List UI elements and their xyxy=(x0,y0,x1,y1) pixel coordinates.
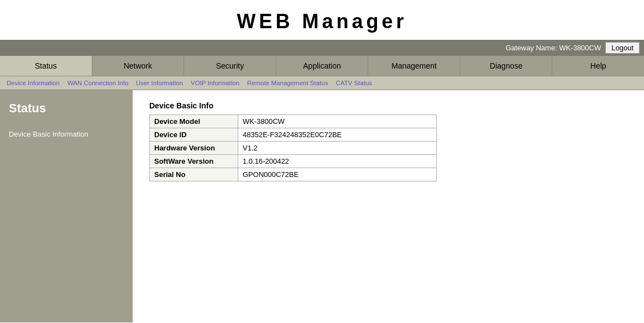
sidebar-title: Status xyxy=(0,96,133,127)
table-row: SoftWare Version1.0.16-200422 xyxy=(150,155,437,168)
sidebar-item-device-basic-info[interactable]: Device Basic Information xyxy=(0,127,133,142)
subnav-item-catv-status[interactable]: CATV Status xyxy=(333,79,374,87)
nav-tab-application[interactable]: Application xyxy=(276,56,369,76)
nav-tab-diagnose[interactable]: Diagnose xyxy=(460,56,553,76)
nav-tab-management[interactable]: Management xyxy=(368,56,460,76)
table-row: Device ModelWK-3800CW xyxy=(150,115,437,128)
page-title: WEB Manager xyxy=(0,10,644,33)
section-title: Device Basic Info xyxy=(149,101,627,110)
main-layout: Status Device Basic Information Device B… xyxy=(0,90,644,322)
subnav-item-voip-info[interactable]: VOIP Information xyxy=(189,79,242,87)
nav-tabs: StatusNetworkSecurityApplicationManageme… xyxy=(0,56,644,76)
device-info-table: Device ModelWK-3800CWDevice ID48352E-F32… xyxy=(149,114,437,181)
subnav-item-device-info[interactable]: Device Information xyxy=(4,79,62,87)
table-cell-value: WK-3800CW xyxy=(238,115,437,128)
table-cell-value: V1.2 xyxy=(238,142,437,155)
nav-tab-security[interactable]: Security xyxy=(184,56,276,76)
nav-tab-status[interactable]: Status xyxy=(0,56,92,76)
content-area: Device Basic Info Device ModelWK-3800CWD… xyxy=(133,90,644,322)
nav-tab-help[interactable]: Help xyxy=(552,56,644,76)
gateway-name-label: Gateway Name: WK-3800CW xyxy=(506,44,601,52)
nav-tab-network[interactable]: Network xyxy=(92,56,185,76)
table-cell-label: SoftWare Version xyxy=(150,155,238,168)
sub-nav: Device InformationWAN Connection InfoUse… xyxy=(0,76,644,90)
table-cell-value: 1.0.16-200422 xyxy=(238,155,437,168)
top-bar: Gateway Name: WK-3800CW Logout xyxy=(0,40,644,56)
table-cell-label: Device ID xyxy=(150,128,238,142)
table-cell-label: Device Model xyxy=(150,115,238,128)
table-cell-label: Hardware Version xyxy=(150,142,238,155)
table-row: Serial NoGPON000C72BE xyxy=(150,168,437,181)
sidebar: Status Device Basic Information xyxy=(0,90,133,322)
table-row: Device ID48352E-F324248352E0C72BE xyxy=(150,128,437,142)
logout-button[interactable]: Logout xyxy=(605,42,640,54)
subnav-item-wan-connection[interactable]: WAN Connection Info xyxy=(65,79,130,87)
table-cell-value: 48352E-F324248352E0C72BE xyxy=(238,128,437,142)
table-cell-label: Serial No xyxy=(150,168,238,181)
table-cell-value: GPON000C72BE xyxy=(238,168,437,181)
subnav-item-remote-mgmt[interactable]: Remote Management Status xyxy=(245,79,330,87)
page-header: WEB Manager xyxy=(0,0,644,40)
subnav-item-user-info[interactable]: User Information xyxy=(134,79,185,87)
table-row: Hardware VersionV1.2 xyxy=(150,142,437,155)
